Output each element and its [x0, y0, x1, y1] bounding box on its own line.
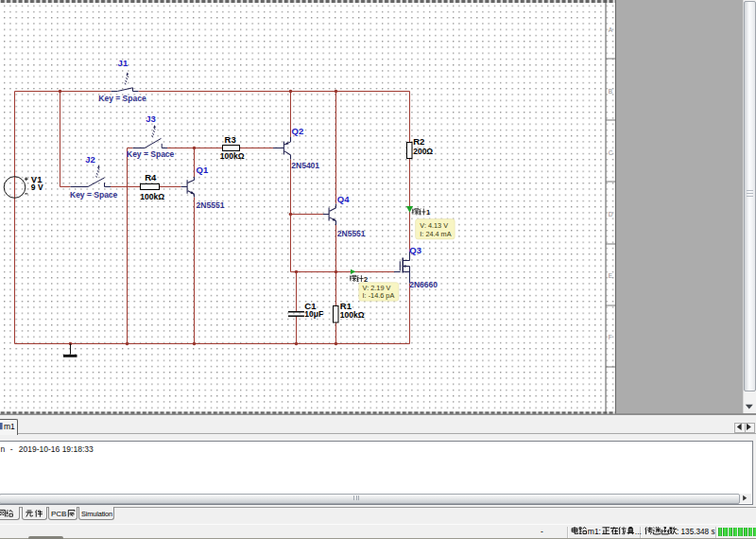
svg-text:E: E: [609, 272, 613, 279]
svg-text:J1: J1: [118, 58, 129, 68]
svg-text:-: -: [10, 444, 13, 454]
svg-text:I: -14.6 pA: I: -14.6 pA: [363, 291, 395, 300]
svg-text:Q2: Q2: [292, 126, 304, 136]
svg-text:m1:: m1:: [588, 527, 601, 536]
svg-text:2N5401: 2N5401: [291, 161, 319, 170]
svg-text:Key = Space: Key = Space: [127, 149, 175, 159]
svg-text:R4: R4: [145, 172, 157, 183]
svg-text:B: B: [609, 88, 612, 95]
svg-text:: 135.348 s: : 135.348 s: [677, 528, 715, 536]
svg-text:R1: R1: [340, 301, 352, 311]
svg-text:2019-10-16 19:18:33: 2019-10-16 19:18:33: [19, 444, 94, 454]
svg-text:100kΩ: 100kΩ: [340, 310, 365, 320]
svg-text:m1: m1: [4, 422, 15, 431]
svg-text:I: 24.4 mA: I: 24.4 mA: [420, 230, 451, 238]
svg-text:2: 2: [364, 275, 368, 284]
svg-text:200Ω: 200Ω: [413, 147, 433, 156]
svg-text:9 V: 9 V: [31, 183, 43, 192]
svg-text:Simulation: Simulation: [81, 510, 112, 518]
svg-text:n: n: [1, 444, 6, 454]
svg-text:PCB: PCB: [51, 510, 66, 518]
svg-text:2N6660: 2N6660: [409, 280, 438, 289]
svg-text:D: D: [609, 211, 613, 217]
svg-text:F: F: [609, 334, 612, 340]
svg-text:C: C: [609, 149, 613, 156]
svg-text:J3: J3: [146, 113, 156, 124]
svg-text:R3: R3: [225, 134, 236, 145]
svg-text:Q4: Q4: [337, 194, 350, 204]
svg-text:Q1: Q1: [197, 165, 209, 175]
svg-text:R2: R2: [413, 136, 424, 147]
svg-text:100kΩ: 100kΩ: [220, 151, 245, 161]
svg-text:J2: J2: [85, 154, 95, 165]
svg-text:2N5551: 2N5551: [197, 200, 225, 210]
svg-text:V: 2.19 V: V: 2.19 V: [363, 284, 391, 292]
svg-text:-: -: [541, 527, 543, 536]
svg-text:1: 1: [426, 208, 430, 217]
svg-text:V: 4.13 V: V: 4.13 V: [420, 221, 448, 230]
svg-text:10μF: 10μF: [304, 309, 323, 319]
svg-text:A: A: [609, 26, 613, 33]
svg-text:Key = Space: Key = Space: [98, 94, 146, 103]
svg-text:2N5551: 2N5551: [337, 229, 366, 238]
svg-text:...: ...: [635, 527, 642, 536]
svg-text:Key = Space: Key = Space: [70, 190, 118, 200]
svg-text:100kΩ: 100kΩ: [140, 192, 164, 201]
svg-text:Q3: Q3: [409, 245, 421, 255]
